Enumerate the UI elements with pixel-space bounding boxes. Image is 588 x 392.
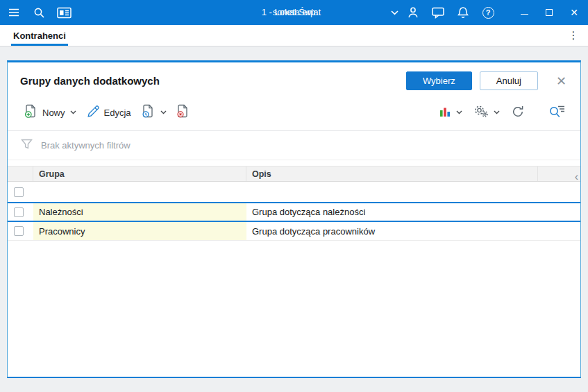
- row-checkbox[interactable]: [14, 226, 24, 236]
- filter-funnel-icon: [21, 139, 33, 151]
- gears-icon: [473, 105, 489, 120]
- collapse-panel-chevron-left-icon[interactable]: ‹: [575, 171, 578, 182]
- database-chevron-down-icon[interactable]: [382, 0, 407, 25]
- chart-chevron-down-icon: [456, 110, 462, 114]
- cancel-button[interactable]: Anuluj: [480, 71, 538, 90]
- app-window: soneta erp 1 - Lokal Świat ? ✕: [0, 0, 588, 392]
- chart-view-button[interactable]: [435, 103, 467, 123]
- row-checkbox-cell: [8, 222, 33, 240]
- groups-dialog: Grupy danych dodatkowych Wybierz Anuluj …: [7, 60, 581, 378]
- cell-opis[interactable]: Grupa dotycząca pracowników: [246, 222, 538, 240]
- filter-status-text: Brak aktywnych filtrów: [41, 140, 131, 151]
- select-button[interactable]: Wybierz: [406, 71, 472, 90]
- new-item-row[interactable]: [8, 182, 580, 202]
- edit-pencil-icon: [86, 105, 100, 121]
- chat-icon[interactable]: [426, 0, 451, 25]
- settings-button[interactable]: [469, 102, 504, 123]
- search-filter-button[interactable]: [544, 102, 569, 123]
- bar-chart-icon: [439, 105, 451, 120]
- table-row[interactable]: Pracownicy Grupa dotycząca pracowników: [8, 222, 580, 241]
- dialog-close-icon[interactable]: ✕: [556, 75, 566, 87]
- document-info-icon: [141, 104, 156, 121]
- edit-button-label: Edycja: [104, 108, 131, 118]
- document-info-button[interactable]: [136, 101, 171, 123]
- header-checkbox-cell: [8, 167, 33, 181]
- workspace: Grupy danych dodatkowych Wybierz Anuluj …: [0, 46, 588, 392]
- column-header-grupa[interactable]: Grupa: [33, 167, 246, 181]
- close-glyph: ✕: [570, 8, 578, 17]
- new-chevron-down-icon: [70, 110, 76, 114]
- bell-icon[interactable]: [451, 0, 476, 25]
- cell-filler: [538, 203, 580, 221]
- window-title-area: soneta erp 1 - Lokal Świat: [273, 7, 315, 19]
- help-icon[interactable]: ?: [476, 0, 501, 25]
- dialog-header: Grupy danych dodatkowych Wybierz Anuluj …: [8, 62, 580, 96]
- dialog-title: Grupy danych dodatkowych: [20, 75, 160, 87]
- empty-filler-cell: [538, 182, 580, 202]
- cell-filler: [538, 222, 580, 240]
- table-row[interactable]: Należności Grupa dotycząca należności: [8, 202, 580, 222]
- column-header-opis[interactable]: Opis: [246, 167, 538, 181]
- window-title: 1 - Lokal Świat: [262, 7, 321, 17]
- tab-overflow-menu-icon[interactable]: ⋮: [566, 27, 581, 44]
- empty-opis-cell: [246, 182, 538, 202]
- row-checkbox[interactable]: [14, 187, 24, 197]
- delete-document-icon: [176, 104, 190, 121]
- help-question-glyph: ?: [482, 7, 494, 19]
- tab-bar: Kontrahenci ⋮: [0, 25, 588, 46]
- toolbar-right-group: [435, 102, 569, 123]
- cell-opis[interactable]: Grupa dotycząca należności: [246, 203, 538, 221]
- close-window-button[interactable]: ✕: [562, 0, 587, 25]
- maximize-button[interactable]: [537, 0, 562, 25]
- new-button[interactable]: Nowy: [19, 101, 81, 123]
- refresh-button[interactable]: [507, 102, 529, 123]
- delete-button[interactable]: [171, 101, 194, 123]
- filter-status-bar: Brak aktywnych filtrów: [8, 131, 580, 160]
- hamburger-menu-icon[interactable]: [1, 0, 26, 25]
- empty-grupa-cell: [33, 182, 246, 202]
- settings-chevron-down-icon: [494, 110, 500, 114]
- row-checkbox[interactable]: [14, 207, 24, 217]
- tab-kontrahenci[interactable]: Kontrahenci: [11, 26, 68, 46]
- document-info-chevron-down-icon: [160, 110, 167, 114]
- grid-header-row: Grupa Opis: [8, 166, 580, 182]
- cell-grupa[interactable]: Należności: [33, 203, 246, 221]
- titlebar-right-icons: ? ✕: [401, 0, 587, 25]
- search-list-icon: [548, 105, 565, 120]
- data-grid: Grupa Opis Należności: [8, 160, 580, 377]
- titlebar-left-icons: [1, 0, 76, 25]
- new-button-label: Nowy: [42, 108, 65, 118]
- app-name: soneta erp: [273, 7, 315, 17]
- cell-grupa[interactable]: Pracownicy: [33, 222, 246, 240]
- title-bar: soneta erp 1 - Lokal Świat ? ✕: [0, 0, 588, 25]
- window-controls: ✕: [512, 0, 587, 25]
- row-checkbox-cell: [8, 203, 33, 221]
- row-checkbox-cell: [8, 182, 33, 202]
- edit-button[interactable]: Edycja: [81, 102, 136, 123]
- search-icon[interactable]: [26, 0, 51, 25]
- news-feed-icon[interactable]: [51, 0, 76, 25]
- new-document-icon: [24, 104, 38, 121]
- refresh-icon: [511, 105, 525, 121]
- dialog-toolbar: Nowy Edycja: [8, 96, 580, 131]
- minimize-button[interactable]: [512, 0, 537, 25]
